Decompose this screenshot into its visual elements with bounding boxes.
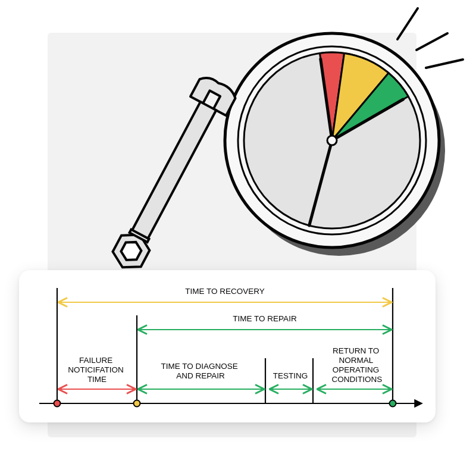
timeline-card: TIME TO RECOVERY TIME TO REPAIR FAILURE … <box>19 270 436 422</box>
label-testing: TESTING <box>273 371 308 380</box>
label-return: RETURN TO NORMAL OPERATING CONDITIONS <box>332 346 383 384</box>
svg-point-15 <box>54 400 61 407</box>
svg-line-1 <box>426 60 463 68</box>
label-recovery: TIME TO RECOVERY <box>185 287 265 296</box>
markers <box>57 288 393 403</box>
svg-point-16 <box>134 400 140 407</box>
svg-line-0 <box>416 33 447 50</box>
label-failure-notify: FAILURE NOTICIFATION TIME <box>68 356 126 384</box>
label-repair: TIME TO REPAIR <box>233 314 297 323</box>
svg-point-17 <box>390 400 396 407</box>
label-diagnose: TIME TO DIAGNOSE AND REPAIR <box>161 362 240 380</box>
